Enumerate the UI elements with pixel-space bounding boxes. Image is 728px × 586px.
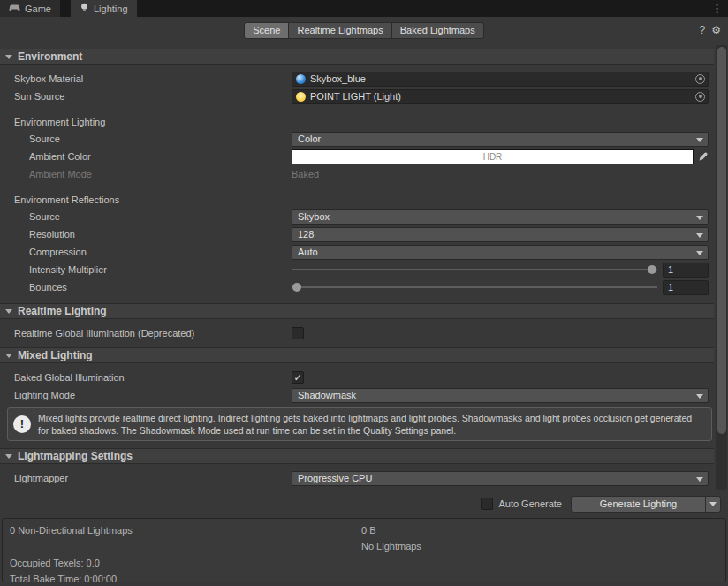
- lighting-toolbar: Scene Realtime Lightmaps Baked Lightmaps…: [0, 17, 728, 43]
- object-picker-icon[interactable]: [695, 74, 705, 84]
- light-icon: [296, 92, 306, 102]
- lightmaps-tab-group: Scene Realtime Lightmaps Baked Lightmaps: [244, 22, 483, 39]
- eyedropper-icon[interactable]: [698, 151, 709, 162]
- vertical-scrollbar[interactable]: [716, 45, 727, 490]
- reflections-source-dropdown[interactable]: Skybox: [292, 209, 709, 225]
- skybox-material-value: Skybox_blue: [310, 73, 366, 84]
- skybox-material-label: Skybox Material: [14, 73, 292, 84]
- intensity-multiplier-value[interactable]: 1: [663, 263, 709, 278]
- tab-lighting[interactable]: Lighting: [71, 0, 137, 17]
- sun-source-field[interactable]: POINT LIGHT (Light): [292, 89, 709, 104]
- reflections-source-row: Source Skybox: [0, 208, 728, 225]
- lightmaps-count: 0 Non-Directional Lightmaps: [10, 525, 133, 536]
- ambient-color-swatch[interactable]: HDR: [292, 149, 694, 164]
- slider-thumb[interactable]: [648, 265, 656, 274]
- reflections-resolution-row: Resolution 128: [0, 225, 728, 243]
- lightmapper-dropdown[interactable]: Progressive CPU: [292, 471, 709, 486]
- tab-game[interactable]: Game: [0, 0, 60, 17]
- environment-lighting-heading: Environment Lighting: [0, 114, 728, 130]
- help-icon[interactable]: ?: [700, 24, 706, 36]
- generate-row: Auto Generate Generate Lighting: [0, 491, 728, 516]
- object-picker-icon[interactable]: [695, 92, 705, 102]
- baked-gi-checkbox[interactable]: ✓: [292, 371, 304, 384]
- env-lighting-source-dropdown[interactable]: Color: [292, 132, 709, 147]
- lightmapper-row: Lightmapper Progressive CPU: [0, 469, 728, 487]
- settings-scroll-area: Environment Skybox Material Skybox_blue …: [0, 43, 728, 491]
- foldout-arrow-icon: [5, 354, 12, 358]
- bake-status-panel: 0 Non-Directional Lightmaps 0 B No Light…: [2, 518, 726, 582]
- env-lighting-source-row: Source Color: [0, 130, 728, 148]
- sun-source-value: POINT LIGHT (Light): [310, 91, 401, 102]
- gamepad-icon: [9, 4, 20, 14]
- reflections-compression-dropdown[interactable]: Auto: [292, 245, 709, 260]
- ambient-mode-row: Ambient Mode Baked: [0, 165, 728, 183]
- occupied-texels: Occupied Texels: 0.0: [10, 558, 100, 568]
- ambient-color-row: Ambient Color HDR: [0, 148, 728, 165]
- generate-dropdown-arrow-icon[interactable]: [705, 497, 720, 512]
- lighting-mode-dropdown[interactable]: Shadowmask: [292, 388, 709, 403]
- total-bake-time: Total Bake Time: 0:00:00: [10, 574, 117, 584]
- bounces-slider[interactable]: [292, 280, 657, 294]
- mixed-lighting-info-text: Mixed lights provide realtime direct lig…: [38, 412, 702, 437]
- hdr-badge: HDR: [483, 152, 503, 162]
- reflections-compression-row: Compression Auto: [0, 243, 728, 261]
- skybox-material-icon: [296, 74, 306, 84]
- section-header-mixed-lighting[interactable]: Mixed Lighting: [0, 347, 714, 363]
- tab-realtime-lightmaps[interactable]: Realtime Lightmaps: [289, 22, 391, 39]
- section-header-realtime-lighting[interactable]: Realtime Lighting: [0, 303, 714, 319]
- auto-generate-label: Auto Generate: [498, 498, 562, 509]
- gear-icon[interactable]: ⚙: [711, 24, 721, 36]
- baked-gi-row: Baked Global Illumination ✓: [0, 369, 728, 386]
- kebab-menu-icon[interactable]: ⋮: [711, 0, 723, 17]
- reflections-resolution-dropdown[interactable]: 128: [292, 227, 709, 242]
- skybox-material-field[interactable]: Skybox_blue: [292, 72, 709, 87]
- no-lightmaps-label: No Lightmaps: [361, 541, 421, 552]
- scrollbar-thumb[interactable]: [717, 47, 726, 434]
- foldout-arrow-icon: [5, 309, 12, 314]
- bounces-value[interactable]: 1: [663, 280, 709, 295]
- tab-scene[interactable]: Scene: [244, 22, 289, 39]
- sun-source-label: Sun Source: [14, 91, 292, 102]
- tab-lighting-label: Lighting: [94, 4, 128, 14]
- intensity-multiplier-slider[interactable]: [292, 263, 657, 277]
- sun-source-row: Sun Source POINT LIGHT (Light): [0, 88, 728, 105]
- section-header-lightmapping-settings[interactable]: Lightmapping Settings: [0, 448, 714, 464]
- auto-generate-checkbox[interactable]: [481, 498, 493, 510]
- lightmaps-size: 0 B: [361, 525, 376, 536]
- tab-game-label: Game: [25, 4, 51, 14]
- skybox-material-row: Skybox Material Skybox_blue: [0, 70, 728, 88]
- realtime-gi-checkbox[interactable]: [292, 327, 304, 339]
- lighting-mode-row: Lighting Mode Shadowmask: [0, 386, 728, 404]
- light-bulb-icon: [80, 3, 89, 14]
- mixed-lighting-info-box: ! Mixed lights provide realtime direct l…: [7, 407, 712, 441]
- ambient-mode-value: Baked: [292, 169, 709, 179]
- environment-reflections-heading: Environment Reflections: [0, 192, 728, 208]
- foldout-arrow-icon: [5, 454, 12, 459]
- foldout-arrow-icon: [5, 55, 12, 59]
- dock-tab-bar: Game Lighting ⋮: [0, 0, 728, 17]
- info-icon: !: [13, 415, 31, 433]
- slider-thumb[interactable]: [292, 283, 301, 292]
- generate-lighting-button[interactable]: Generate Lighting: [571, 496, 721, 513]
- tab-baked-lightmaps[interactable]: Baked Lightmaps: [392, 22, 484, 39]
- bounces-row: Bounces 1: [0, 278, 728, 296]
- section-header-environment[interactable]: Environment: [0, 49, 714, 65]
- realtime-gi-row: Realtime Global Illumination (Deprecated…: [0, 324, 728, 342]
- intensity-multiplier-row: Intensity Multiplier 1: [0, 261, 728, 278]
